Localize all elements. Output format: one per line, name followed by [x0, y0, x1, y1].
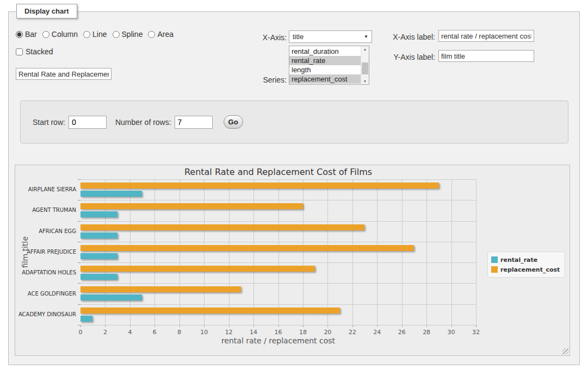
chart-type-radio-group: Bar Column Line Spline Area	[16, 30, 174, 39]
chart-container: Rental Rate and Replacement Cost of Film…	[15, 165, 570, 356]
chevron-down-icon: ▼	[364, 34, 368, 39]
x-gridline	[105, 179, 106, 325]
series-multiselect[interactable]: rental_duration rental_rate length repla…	[289, 46, 369, 85]
category-label: AFRICAN EGG	[15, 228, 76, 234]
x-tick-label: 32	[465, 329, 487, 336]
stacked-label: Stacked	[26, 47, 53, 56]
chart-type-line[interactable]: Line	[83, 30, 107, 39]
x-tick-label: 22	[342, 329, 363, 336]
x-tick-label: 26	[391, 329, 413, 336]
start-row-input[interactable]	[69, 116, 107, 129]
x-tick-label: 12	[218, 329, 240, 336]
x-tick-label: 6	[144, 329, 165, 336]
scroll-up-icon[interactable]: ▲	[361, 47, 369, 51]
chart-type-label: Spline	[122, 30, 143, 39]
bar-replacement_cost[interactable]	[81, 203, 303, 209]
y-gridline	[81, 304, 476, 305]
chart-type-radio-area[interactable]	[148, 31, 155, 38]
chart-legend: rental_ratereplacement_cost	[487, 252, 565, 278]
scrollbar-thumb[interactable]	[362, 62, 368, 74]
y-gridline	[81, 242, 476, 242]
x-tick-label: 24	[366, 329, 388, 336]
chart-type-radio-bar[interactable]	[16, 31, 23, 38]
x-gridline	[253, 179, 254, 325]
resize-handle-icon[interactable]	[562, 348, 568, 354]
x-tick-label: 28	[416, 329, 437, 336]
chart-type-radio-column[interactable]	[42, 31, 49, 38]
series-option-rental-duration[interactable]: rental_duration	[289, 47, 361, 56]
chart-type-bar[interactable]: Bar	[16, 30, 37, 39]
y-gridline	[81, 221, 476, 222]
category-label: ACE GOLDFINGER	[15, 291, 76, 297]
x-gridline	[303, 179, 304, 325]
chart-type-spline[interactable]: Spline	[113, 30, 143, 39]
chart-type-radio-spline[interactable]	[113, 31, 120, 38]
x-tick-label: 18	[292, 329, 314, 336]
y-gridline	[81, 262, 476, 263]
y-gridline	[81, 179, 476, 180]
y-gridline	[81, 200, 476, 200]
x-gridline	[377, 179, 377, 325]
x-gridline	[426, 179, 427, 325]
y-axis-label-field-label: Y-Axis label:	[379, 53, 435, 61]
bar-replacement_cost[interactable]	[81, 245, 414, 251]
legend-swatch-icon	[491, 256, 498, 263]
chart-type-area[interactable]: Area	[148, 30, 174, 39]
x-axis-tick	[476, 325, 476, 327]
x-axis-selected-value: title	[293, 33, 304, 41]
chart-type-label: Area	[157, 30, 174, 39]
bar-replacement_cost[interactable]	[81, 224, 364, 230]
series-option-replacement-cost[interactable]: replacement_cost	[289, 74, 361, 84]
num-rows-input[interactable]	[175, 116, 213, 129]
bar-rental_rate[interactable]	[81, 211, 117, 217]
x-tick-label: 2	[94, 329, 116, 336]
series-options: rental_duration rental_rate length repla…	[289, 46, 361, 84]
chart-type-column[interactable]: Column	[42, 30, 78, 39]
chart-type-label: Bar	[25, 30, 37, 39]
category-label: AIRPLANE SIERRA	[15, 186, 76, 192]
legend-item-replacement_cost[interactable]: replacement_cost	[491, 265, 560, 274]
bar-rental_rate[interactable]	[81, 191, 142, 197]
bar-rental_rate[interactable]	[81, 233, 117, 239]
y-axis-label-input[interactable]	[438, 50, 534, 62]
x-tick-label: 20	[317, 329, 338, 336]
y-gridline	[81, 325, 476, 325]
series-option-rental-rate[interactable]: rental_rate	[289, 56, 361, 65]
bar-rental_rate[interactable]	[81, 274, 117, 280]
legend-item-rental_rate[interactable]: rental_rate	[491, 255, 560, 265]
x-tick-label: 10	[193, 329, 215, 336]
bar-replacement_cost[interactable]	[81, 183, 439, 189]
x-gridline	[451, 179, 452, 325]
series-scrollbar[interactable]: ▲ ▼	[361, 46, 369, 84]
display-chart-fieldset: Display chart Bar Column Line Spline Are…	[8, 11, 580, 365]
category-label: AFFAIR PREJUDICE	[15, 249, 76, 255]
chart-type-radio-line[interactable]	[83, 31, 90, 38]
stacked-option[interactable]: Stacked	[16, 47, 53, 56]
row-range-panel: Start row: Number of rows: Go	[20, 101, 568, 143]
series-option-length[interactable]: length	[289, 65, 361, 74]
bar-rental_rate[interactable]	[81, 316, 92, 322]
x-tick-label: 4	[119, 329, 141, 336]
x-axis-label-field-label: X-Axis label:	[379, 33, 435, 41]
x-gridline	[476, 179, 476, 325]
x-tick-label: 16	[268, 329, 289, 336]
x-axis-label-input[interactable]	[438, 30, 534, 42]
scroll-down-icon[interactable]: ▼	[361, 79, 369, 83]
bar-replacement_cost[interactable]	[81, 308, 340, 313]
bar-replacement_cost[interactable]	[81, 286, 241, 292]
bar-rental_rate[interactable]	[81, 294, 142, 300]
go-button[interactable]: Go	[224, 115, 243, 129]
chart-type-label: Column	[52, 30, 78, 39]
x-axis-select[interactable]: title ▼	[289, 30, 372, 43]
chart-x-axis-title: rental rate / replacement cost	[81, 336, 476, 345]
stacked-checkbox[interactable]	[16, 48, 23, 55]
bar-replacement_cost[interactable]	[81, 266, 315, 272]
x-gridline	[180, 179, 180, 325]
chart-title-input[interactable]	[16, 68, 112, 80]
x-gridline	[352, 179, 353, 325]
x-tick-label: 14	[243, 329, 264, 336]
legend-label: rental_rate	[500, 256, 537, 264]
category-label: ACADEMY DINOSAUR	[15, 311, 76, 317]
bar-rental_rate[interactable]	[81, 253, 117, 259]
x-tick-label: 30	[441, 329, 462, 336]
